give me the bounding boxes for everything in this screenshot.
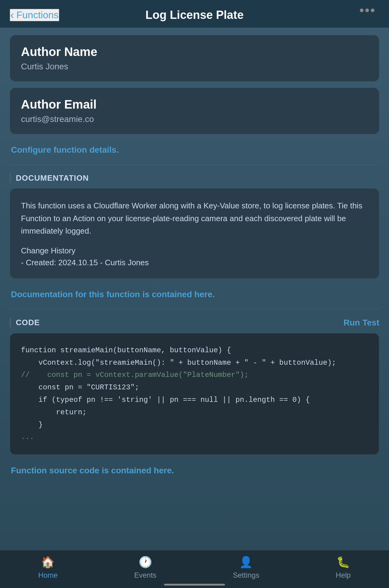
dot-2 — [365, 9, 369, 12]
nav-icon-home: 🏠 — [41, 556, 55, 569]
documentation-card: This function uses a Cloudflare Worker a… — [10, 188, 379, 279]
nav-label-settings: Settings — [233, 571, 259, 579]
author-email-label: Author Email — [21, 98, 368, 111]
back-label: Functions — [16, 9, 59, 21]
code-card: function streamieMain(buttonName, button… — [10, 333, 379, 455]
nav-item-settings[interactable]: 👤Settings — [233, 556, 259, 579]
back-chevron-icon: ‹ — [10, 10, 14, 21]
code-line: const pn = "CURTIS123"; — [21, 381, 368, 394]
nav-item-events[interactable]: 🕐Events — [134, 556, 156, 579]
doc-section-title: DOCUMENTATION — [10, 173, 89, 183]
nav-icon-events: 🕐 — [139, 556, 152, 569]
doc-history-title: Change History — [21, 246, 368, 256]
header-dots[interactable] — [360, 9, 374, 12]
dot-3 — [371, 9, 374, 12]
author-email-card[interactable]: Author Email curtis@streamie.co — [10, 88, 379, 134]
nav-icon-help: 🐛 — [336, 556, 350, 569]
bottom-nav: 🏠Home🕐Events👤Settings🐛Help — [0, 550, 389, 588]
nav-label-home: Home — [38, 571, 58, 579]
nav-item-home[interactable]: 🏠Home — [38, 556, 58, 579]
main-content: Author Name Curtis Jones Author Email cu… — [0, 28, 389, 539]
doc-section-header: DOCUMENTATION — [10, 171, 379, 183]
nav-icon-settings: 👤 — [239, 556, 253, 569]
doc-history-entry: - Created: 2024.10.15 - Curtis Jones — [21, 258, 368, 267]
author-name-label: Author Name — [21, 45, 368, 59]
doc-helper: Documentation for this function is conta… — [10, 285, 379, 307]
author-name-card[interactable]: Author Name Curtis Jones — [10, 35, 379, 82]
author-name-value: Curtis Jones — [21, 62, 368, 71]
code-helper: Function source code is contained here. — [10, 461, 379, 483]
code-line: return; — [21, 406, 368, 419]
header: ‹ Functions Log License Plate — [0, 0, 389, 28]
doc-divider — [10, 165, 379, 165]
home-indicator — [164, 584, 225, 586]
nav-item-help[interactable]: 🐛Help — [336, 556, 351, 579]
code-line: function streamieMain(buttonName, button… — [21, 344, 368, 357]
nav-label-help: Help — [336, 571, 351, 579]
nav-label-events: Events — [134, 571, 156, 579]
configure-helper: Configure function details. — [10, 140, 379, 162]
code-line: // const pn = vContext.paramValue("Plate… — [21, 369, 368, 381]
back-button[interactable]: ‹ Functions — [10, 9, 59, 21]
code-section-header: CODE Run Test — [10, 315, 379, 328]
code-line: vContext.log("streamieMain(): " + button… — [21, 357, 368, 369]
code-section-title: CODE — [10, 318, 40, 327]
dot-1 — [360, 9, 363, 12]
author-email-value: curtis@streamie.co — [21, 114, 368, 124]
code-line: } — [21, 419, 368, 431]
run-test-button[interactable]: Run Test — [343, 318, 379, 328]
code-line: if (typeof pn !== 'string' || pn === nul… — [21, 394, 368, 406]
doc-body: This function uses a Cloudflare Worker a… — [21, 200, 368, 238]
code-divider — [10, 309, 379, 309]
page-title: Log License Plate — [145, 9, 243, 22]
code-line: ... — [21, 431, 368, 444]
